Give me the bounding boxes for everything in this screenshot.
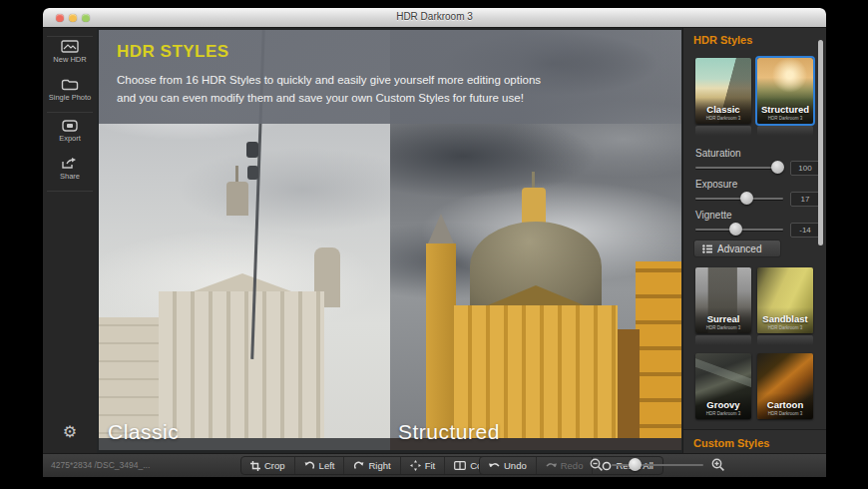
lamp-head (246, 142, 258, 158)
divider (47, 191, 93, 192)
app-window: HDR Darkroom 3 New HDR Single Photo Expo… (43, 8, 826, 477)
zoom-slider-knob[interactable] (629, 458, 642, 471)
thumb-reflection (695, 126, 751, 136)
style-name: Surreal (695, 313, 751, 324)
advanced-label: Advanced (717, 244, 761, 254)
sidebar-item-label: Share (43, 172, 97, 181)
thumb-reflection (695, 335, 751, 345)
panel-header: HDR Styles (693, 34, 752, 46)
right-bell-tower-spire (428, 214, 454, 244)
slider-knob[interactable] (740, 192, 753, 205)
thumb-reflection (757, 126, 813, 136)
rotate-left-button[interactable]: Left (294, 457, 344, 474)
sidebar-item-export[interactable]: Export (43, 120, 97, 143)
style-subtext: HDR Darkroom 3 (695, 325, 751, 330)
vignette-slider[interactable] (695, 223, 783, 236)
sidebar-item-new-hdr[interactable]: New HDR (43, 40, 97, 64)
style-subtext: HDR Darkroom 3 (695, 116, 751, 121)
crop-button[interactable]: Crop (241, 457, 294, 474)
style-thumb-groovy[interactable]: Groovy HDR Darkroom 3 (695, 353, 751, 419)
rotate-right-label: Right (368, 460, 390, 471)
compare-icon (454, 461, 466, 470)
left-church-facade (159, 291, 324, 450)
structured-label: Structured (398, 420, 500, 444)
bottom-toolbar: 4275*2834 /DSC_3494_... Crop Left (43, 453, 826, 477)
redo-button[interactable]: Redo (536, 457, 593, 474)
vignette-label: Vignette (695, 210, 732, 221)
saturation-value[interactable]: 100 (790, 161, 820, 176)
rotate-right-icon (353, 461, 364, 471)
saturation-label: Saturation (695, 148, 741, 159)
right-bell-tower (426, 244, 456, 450)
divider (47, 112, 93, 113)
thumb-reflection (757, 335, 813, 345)
sidebar: New HDR Single Photo Export Share ⚙ (43, 28, 98, 454)
style-thumb-surreal[interactable]: Surreal HDR Darkroom 3 (695, 267, 751, 333)
zoom-in-icon[interactable] (711, 458, 725, 472)
style-thumb-structured[interactable]: Structured HDR Darkroom 3 (757, 58, 813, 124)
slider-track[interactable] (695, 198, 783, 200)
intro-line1: Choose from 16 HDR Styles to quickly and… (117, 74, 541, 86)
new-hdr-icon (61, 40, 79, 53)
custom-styles-section[interactable]: Custom Styles (683, 429, 826, 454)
slider-track[interactable] (695, 167, 783, 169)
photo-preview[interactable]: Classic Structured HDR STYLES Choose fro… (99, 30, 681, 450)
titlebar[interactable]: HDR Darkroom 3 (43, 8, 826, 28)
advanced-button[interactable]: Advanced (693, 240, 781, 257)
style-thumb-sandblast[interactable]: Sandblast HDR Darkroom 3 (757, 267, 813, 333)
sidebar-item-label: New HDR (43, 55, 97, 64)
redo-icon (546, 462, 557, 470)
styles-panel: HDR Styles Classic HDR Darkroom 3 Struct… (682, 28, 826, 454)
saturation-slider[interactable] (695, 161, 783, 174)
intro-overlay: HDR STYLES Choose from 16 HDR Styles to … (99, 30, 681, 124)
style-thumb-classic[interactable]: Classic HDR Darkroom 3 (695, 58, 751, 124)
share-icon (61, 157, 79, 170)
style-subtext: HDR Darkroom 3 (757, 411, 813, 416)
right-church-lantern (522, 188, 546, 226)
rotate-right-button[interactable]: Right (343, 457, 399, 474)
rotate-left-icon (304, 461, 315, 471)
list-icon (702, 244, 712, 253)
intro-title: HDR STYLES (117, 42, 229, 62)
edit-button-group: Crop Left Right (240, 456, 519, 475)
export-icon (62, 120, 78, 132)
slider-knob[interactable] (729, 223, 742, 236)
zoom-slider[interactable] (612, 458, 703, 471)
exposure-value[interactable]: 17 (790, 192, 820, 207)
undo-label: Undo (504, 460, 527, 471)
window-title: HDR Darkroom 3 (43, 11, 826, 22)
sidebar-item-label: Export (43, 134, 97, 143)
sidebar-item-share[interactable]: Share (43, 157, 97, 181)
style-subtext: HDR Darkroom 3 (695, 411, 751, 416)
style-name: Classic (695, 104, 751, 115)
style-subtext: HDR Darkroom 3 (757, 116, 813, 121)
single-photo-icon (61, 78, 79, 91)
fit-label: Fit (425, 460, 436, 471)
style-thumb-cartoon[interactable]: Cartoon HDR Darkroom 3 (757, 353, 813, 419)
sidebar-item-single-photo[interactable]: Single Photo (43, 78, 97, 102)
crop-label: Crop (264, 460, 285, 471)
settings-gear-icon[interactable]: ⚙ (43, 424, 97, 440)
slider-knob[interactable] (771, 161, 784, 174)
photo-canvas[interactable]: Classic Structured HDR STYLES Choose fro… (97, 28, 683, 454)
style-name: Structured (757, 104, 813, 115)
undo-button[interactable]: Undo (480, 457, 536, 474)
right-edge-buildings (636, 261, 681, 450)
panel-scrollbar[interactable] (818, 40, 823, 245)
crop-icon (250, 461, 260, 471)
vignette-value[interactable]: -14 (790, 223, 820, 238)
exposure-slider[interactable] (695, 192, 783, 205)
fit-button[interactable]: Fit (400, 457, 445, 474)
style-name: Sandblast (757, 313, 813, 324)
left-church-lantern (226, 182, 248, 216)
zoom-out-icon[interactable] (590, 458, 604, 472)
redo-label: Redo (561, 460, 584, 471)
undo-icon (489, 462, 500, 470)
rotate-left-label: Left (319, 460, 335, 471)
street (99, 438, 681, 450)
divider (47, 36, 93, 37)
intro-line2: and you can even modify them and save yo… (117, 92, 524, 104)
file-info: 4275*2834 /DSC_3494_... (51, 460, 150, 470)
zoom-slider-track[interactable] (612, 464, 703, 466)
classic-label: Classic (108, 420, 179, 444)
